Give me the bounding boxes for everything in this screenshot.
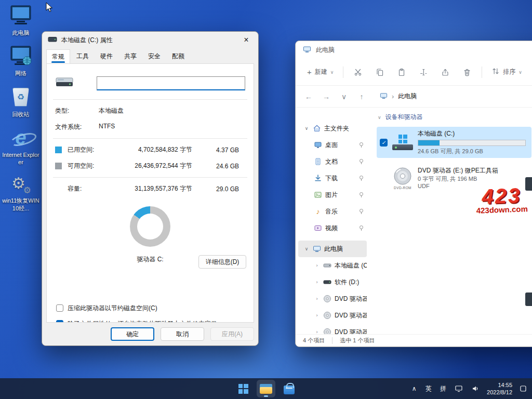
- sidebar-item-pictures[interactable]: 图片: [298, 187, 367, 203]
- group-header-devices[interactable]: ∨ 设备和驱动器: [377, 111, 532, 127]
- desktop-icon-label: 回收站: [12, 111, 30, 118]
- up-button[interactable]: ↑: [354, 89, 369, 104]
- desktop-icon-label: 网络: [15, 70, 26, 77]
- watermark-423down: 423 423down.com: [475, 184, 528, 215]
- ime-language-indicator[interactable]: 英: [424, 381, 433, 396]
- volume-icon[interactable]: [470, 381, 481, 396]
- pin-icon: [358, 142, 364, 148]
- desktop-icon-internet-explorer[interactable]: e Internet Explorer: [2, 126, 39, 166]
- cancel-button[interactable]: 取消: [161, 327, 204, 341]
- forward-button[interactable]: →: [318, 89, 334, 104]
- ok-button[interactable]: 确定: [111, 327, 154, 341]
- internet-explorer-icon: e: [15, 126, 26, 149]
- sidebar-item-home[interactable]: ∨ 主文件夹: [298, 120, 367, 137]
- free-space-legend-swatch: [55, 163, 62, 169]
- drive-free-space: 24.6 GB 可用, 共 29.0 GB: [418, 148, 528, 155]
- network-icon[interactable]: [454, 381, 464, 396]
- desktop-icon-this-pc[interactable]: 此电脑: [2, 4, 39, 36]
- breadcrumb-location[interactable]: 此电脑: [398, 92, 417, 101]
- copy-button[interactable]: [369, 63, 390, 82]
- folder-icon: [260, 384, 272, 394]
- delete-button[interactable]: [457, 63, 477, 82]
- sidebar-item-dvd-e[interactable]: › DVD 驱动器 (E: [298, 290, 367, 307]
- toolbar-divider: [343, 66, 343, 78]
- tab-sharing[interactable]: 共享: [119, 49, 142, 64]
- used-space-label: 已用空间:: [68, 145, 109, 154]
- paste-button[interactable]: [391, 63, 412, 82]
- chevron-right-icon[interactable]: ›: [314, 313, 320, 318]
- sidebar-item-this-pc[interactable]: ∨ 此电脑: [298, 241, 367, 257]
- item-checkbox[interactable]: ✓: [380, 139, 388, 147]
- sidebar-item-music[interactable]: ♪ 音乐: [298, 203, 367, 220]
- taskbar-file-explorer[interactable]: [257, 380, 275, 397]
- pin-icon: [358, 225, 364, 231]
- volume-label-input[interactable]: [97, 76, 245, 90]
- desktop-folder-icon: [314, 141, 322, 149]
- pin-icon: [358, 192, 364, 198]
- breadcrumb[interactable]: › 此电脑: [375, 89, 532, 104]
- store-bag-icon: [284, 385, 295, 394]
- desktop-icon-win11-restore[interactable]: ⚙⚙ win11恢复WIN10经...: [2, 174, 39, 212]
- separator: [53, 99, 247, 100]
- sidebar-item-drive-d[interactable]: › 软件 (D:): [298, 274, 367, 290]
- clock[interactable]: 14:55 2022/8/12: [487, 381, 512, 396]
- sidebar-item-desktop[interactable]: 桌面: [298, 137, 367, 153]
- checkbox-box: [56, 304, 63, 312]
- downloads-icon: [314, 174, 322, 182]
- network-icon: [9, 45, 33, 68]
- compress-checkbox[interactable]: 压缩此驱动器以节约磁盘空间(C): [56, 304, 254, 313]
- chevron-down-icon[interactable]: ∨: [303, 126, 310, 131]
- sidebar-item-downloads[interactable]: 下载: [298, 170, 367, 187]
- tray-time: 14:55: [487, 381, 512, 389]
- sidebar-item-drive-c[interactable]: › 本地磁盘 (C:): [298, 257, 367, 274]
- sort-button[interactable]: 排序 ∨: [486, 63, 527, 81]
- rename-button[interactable]: [413, 63, 434, 82]
- ime-pinyin-indicator[interactable]: 拼: [439, 381, 447, 396]
- pictures-icon: [314, 191, 322, 199]
- chevron-right-icon[interactable]: ›: [314, 296, 320, 301]
- tab-tools[interactable]: 工具: [71, 49, 94, 64]
- sidebar-item-dvd-f[interactable]: › DVD 驱动器 (F: [298, 307, 367, 324]
- hidden-icons-chevron[interactable]: ∧: [410, 381, 418, 396]
- recent-locations-button[interactable]: ∨: [336, 89, 352, 104]
- system-tray: ∧ 英 拼 14:55 2022/8/12: [410, 378, 528, 399]
- pin-icon: [358, 175, 364, 181]
- pin-icon: [358, 208, 364, 215]
- share-button[interactable]: [435, 63, 456, 82]
- tab-hardware[interactable]: 硬件: [95, 49, 118, 64]
- dvd-rom-label: DVD-ROM: [394, 186, 411, 190]
- close-button[interactable]: ×: [234, 32, 258, 48]
- desktop-icon-label: win11恢复WIN10经...: [2, 197, 39, 212]
- navigation-pane: ∨ 主文件夹 桌面 文档 下载: [296, 108, 369, 334]
- chevron-down-icon[interactable]: ∨: [303, 246, 310, 251]
- details-button[interactable]: 详细信息(D): [198, 255, 246, 269]
- disk-usage-donut-chart: [130, 206, 170, 247]
- sidebar-item-documents[interactable]: 文档: [298, 153, 367, 170]
- tab-general[interactable]: 常规: [46, 49, 70, 64]
- drive-item-c[interactable]: ✓ 本地磁盘 (C:) 24.6 GB 可用, 共 29.0 GB: [377, 127, 531, 158]
- taskbar-microsoft-store[interactable]: [280, 380, 298, 397]
- notification-center-icon[interactable]: [518, 381, 528, 396]
- tab-security[interactable]: 安全: [143, 49, 166, 64]
- cut-button[interactable]: [348, 63, 368, 82]
- chevron-right-icon[interactable]: ›: [314, 263, 320, 268]
- new-button[interactable]: + 新建 ∨: [302, 64, 339, 80]
- selected-count: 选中 1 个项目: [340, 337, 375, 344]
- chevron-right-icon[interactable]: ›: [314, 280, 320, 285]
- tab-quota[interactable]: 配额: [167, 49, 190, 64]
- drive-item-partial[interactable]: [525, 292, 532, 306]
- sidebar-item-dvd-g[interactable]: › DVD 驱动器 (G: [298, 324, 367, 334]
- chevron-right-icon[interactable]: ›: [314, 329, 320, 334]
- explorer-titlebar[interactable]: 此电脑: [296, 41, 532, 59]
- documents-icon: [314, 157, 322, 166]
- sidebar-item-videos[interactable]: 视频: [298, 220, 367, 236]
- properties-dialog: 本地磁盘 (C:) 属性 × 常规 工具 硬件 共享 安全 配额 类型: 本地磁…: [42, 31, 259, 346]
- desktop-icon-network[interactable]: 网络: [2, 45, 39, 77]
- back-button[interactable]: ←: [301, 89, 316, 104]
- start-button[interactable]: [234, 380, 252, 397]
- toolbar-divider: [482, 66, 482, 78]
- apply-button[interactable]: 应用(A): [210, 327, 254, 341]
- recycle-bin-icon: ♻: [12, 86, 29, 109]
- dialog-titlebar[interactable]: 本地磁盘 (C:) 属性 ×: [42, 32, 258, 48]
- desktop-icon-recycle-bin[interactable]: ♻ 回收站: [2, 86, 39, 118]
